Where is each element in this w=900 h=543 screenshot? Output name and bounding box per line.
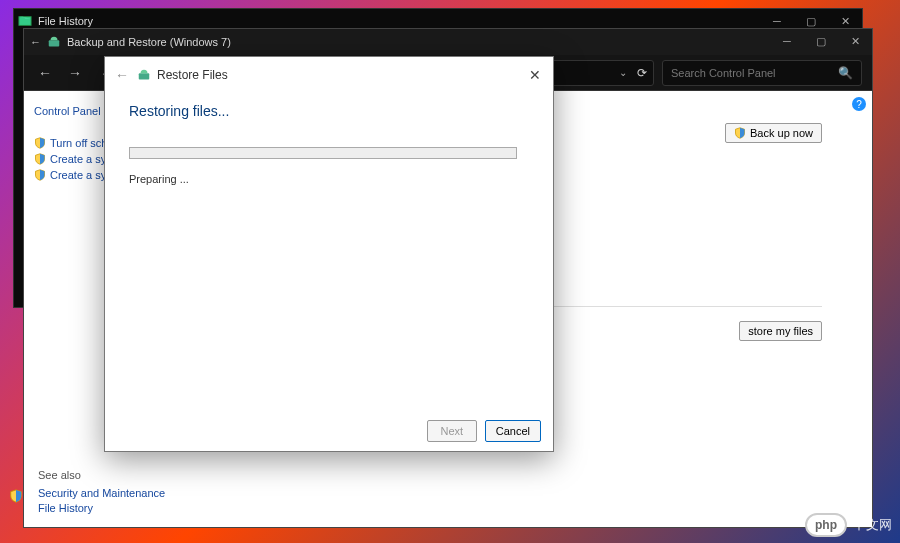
close-button[interactable]: ✕ bbox=[838, 29, 872, 53]
search-box[interactable]: 🔍 bbox=[662, 60, 862, 86]
minimize-button[interactable]: ─ bbox=[770, 29, 804, 53]
dialog-title: Restore Files bbox=[157, 68, 228, 82]
shield-icon bbox=[34, 153, 46, 165]
next-button[interactable]: Next bbox=[427, 420, 477, 442]
nav-forward-button[interactable]: → bbox=[64, 62, 86, 84]
see-also-file-history[interactable]: File History bbox=[38, 502, 165, 514]
file-history-icon bbox=[18, 14, 32, 28]
search-input[interactable] bbox=[671, 67, 838, 79]
watermark-logo: php bbox=[805, 513, 847, 537]
see-also-section: See also Security and Maintenance File H… bbox=[38, 469, 165, 517]
restore-icon bbox=[137, 68, 151, 82]
shield-icon bbox=[34, 137, 46, 149]
dialog-back-button[interactable]: ← bbox=[115, 67, 129, 83]
backup-icon bbox=[47, 35, 61, 49]
maximize-button[interactable]: ▢ bbox=[804, 29, 838, 53]
dialog-close-button[interactable]: ✕ bbox=[525, 65, 545, 85]
watermark-text: 中文网 bbox=[853, 516, 892, 534]
dialog-footer: Next Cancel bbox=[105, 411, 553, 451]
shield-icon bbox=[734, 127, 746, 139]
dialog-body: Restoring files... Preparing ... bbox=[105, 93, 553, 411]
progress-status: Preparing ... bbox=[129, 173, 529, 185]
file-history-title: File History bbox=[38, 15, 93, 27]
refresh-icon[interactable]: ⟳ bbox=[637, 66, 647, 80]
backup-button-label: Back up now bbox=[750, 127, 813, 139]
svg-rect-1 bbox=[49, 40, 60, 46]
shield-icon bbox=[34, 169, 46, 181]
search-icon[interactable]: 🔍 bbox=[838, 66, 853, 80]
taskbar-shield-icon[interactable] bbox=[9, 489, 23, 507]
backup-titlebar: ← Backup and Restore (Windows 7) ─ ▢ ✕ bbox=[24, 29, 872, 55]
svg-rect-2 bbox=[139, 73, 150, 79]
cancel-button[interactable]: Cancel bbox=[485, 420, 541, 442]
dialog-heading: Restoring files... bbox=[129, 103, 529, 119]
backup-now-button[interactable]: Back up now bbox=[725, 123, 822, 143]
dialog-header: ← Restore Files ✕ bbox=[105, 57, 553, 93]
nav-back-small[interactable]: ← bbox=[30, 36, 41, 48]
see-also-header: See also bbox=[38, 469, 165, 481]
backup-title: Backup and Restore (Windows 7) bbox=[67, 36, 231, 48]
restore-files-button[interactable]: store my files bbox=[739, 321, 822, 341]
watermark: php 中文网 bbox=[805, 513, 892, 537]
restore-files-dialog: ← Restore Files ✕ Restoring files... Pre… bbox=[104, 56, 554, 452]
see-also-security[interactable]: Security and Maintenance bbox=[38, 487, 165, 499]
nav-back-button[interactable]: ← bbox=[34, 62, 56, 84]
address-dropdown-icon[interactable]: ⌄ bbox=[619, 67, 627, 78]
progress-bar bbox=[129, 147, 517, 159]
